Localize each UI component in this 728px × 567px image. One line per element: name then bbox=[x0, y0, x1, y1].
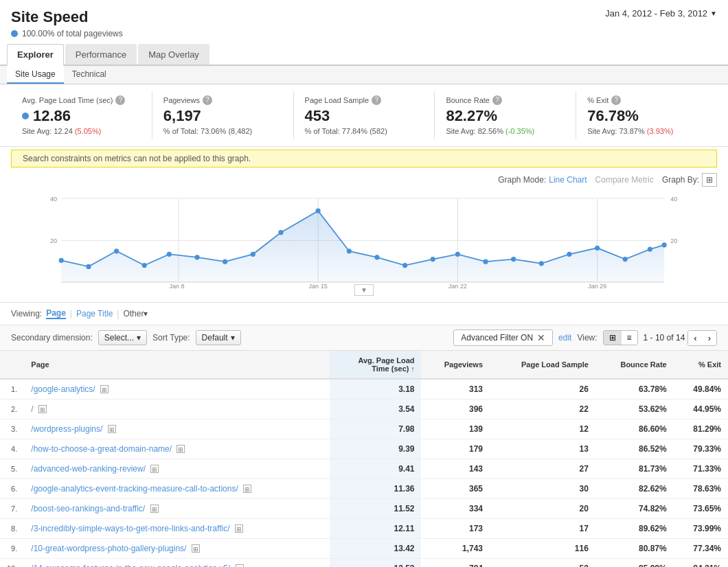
compare-metric-control[interactable]: Compare Metric bbox=[595, 175, 654, 185]
col-load-sample[interactable]: Page Load Sample bbox=[490, 351, 595, 379]
row-exit-pct: 73.99% bbox=[674, 519, 728, 539]
row-page[interactable]: /google-analytics-event-tracking-measure… bbox=[24, 479, 330, 499]
subtab-site-usage[interactable]: Site Usage bbox=[7, 66, 64, 84]
compare-metric-label: Compare Metric bbox=[595, 175, 654, 185]
metric-bounce-rate-value: 82.27% bbox=[446, 107, 565, 125]
row-page[interactable]: /3-incredibly-simple-ways-to-get-more-li… bbox=[24, 519, 330, 539]
help-icon-pageviews[interactable]: ? bbox=[203, 95, 212, 105]
metric-exit: % Exit ? 76.78% Site Avg: 73.87% (3.93%) bbox=[576, 91, 717, 139]
filter-close-button[interactable]: ✕ bbox=[537, 332, 545, 343]
view-page-title-link[interactable]: Page Title bbox=[76, 309, 113, 319]
svg-text:Jan 29: Jan 29 bbox=[588, 283, 606, 288]
svg-point-27 bbox=[374, 255, 379, 259]
row-load-sample: 13 bbox=[490, 439, 595, 459]
tab-explorer[interactable]: Explorer bbox=[7, 44, 64, 66]
row-pageviews: 173 bbox=[421, 519, 490, 539]
svg-point-31 bbox=[483, 259, 488, 264]
graph-mode-value[interactable]: Line Chart bbox=[549, 175, 587, 185]
col-load-time[interactable]: Avg. Page LoadTime (sec) ↑ bbox=[330, 351, 421, 379]
row-num: 1. bbox=[0, 379, 24, 400]
svg-point-22 bbox=[223, 259, 227, 264]
svg-point-24 bbox=[278, 230, 283, 235]
grid-view-button[interactable]: ⊞ bbox=[604, 331, 622, 345]
row-num: 7. bbox=[0, 499, 24, 519]
row-page[interactable]: / ⊞ bbox=[24, 400, 330, 419]
compare-icon[interactable]: ⊞ bbox=[192, 544, 200, 553]
compare-icon[interactable]: ⊞ bbox=[177, 445, 185, 453]
date-range-picker[interactable]: Jan 4, 2012 - Feb 3, 2012 ▼ bbox=[605, 8, 717, 19]
secondary-dimension-select[interactable]: Select... ▾ bbox=[98, 330, 147, 345]
help-icon-bounce[interactable]: ? bbox=[492, 95, 502, 105]
row-pageviews: 334 bbox=[421, 499, 490, 519]
col-bounce-rate[interactable]: Bounce Rate bbox=[595, 351, 674, 379]
row-page[interactable]: /14-awesome-features-in-the-new-google-a… bbox=[24, 559, 330, 568]
col-page[interactable]: Page bbox=[24, 351, 330, 379]
compare-icon[interactable]: ⊞ bbox=[243, 485, 251, 493]
compare-icon[interactable]: ⊞ bbox=[108, 425, 116, 433]
row-page[interactable]: /how-to-choose-a-great-domain-name/ ⊞ bbox=[24, 439, 330, 459]
page-nav: ‹ › bbox=[687, 330, 717, 346]
date-range-arrow: ▼ bbox=[710, 10, 717, 17]
compare-icon[interactable]: ⊞ bbox=[100, 385, 109, 393]
svg-point-37 bbox=[648, 246, 652, 251]
row-num: 6. bbox=[0, 479, 24, 499]
next-page-button[interactable]: › bbox=[703, 331, 716, 345]
tab-performance[interactable]: Performance bbox=[65, 44, 137, 65]
row-load-time: 3.18 bbox=[330, 379, 421, 400]
compare-icon[interactable]: ⊞ bbox=[38, 405, 47, 413]
main-tabs: Explorer Performance Map Overlay bbox=[0, 44, 728, 66]
filter-text: Advanced Filter ON bbox=[461, 333, 533, 343]
tab-map-overlay[interactable]: Map Overlay bbox=[138, 44, 209, 65]
sort-type-label: Sort Type: bbox=[152, 333, 190, 343]
svg-text:20: 20 bbox=[670, 238, 677, 244]
table-row: 7. /boost-seo-rankings-and-traffic/ ⊞ 11… bbox=[0, 499, 728, 519]
view-page-link[interactable]: Page bbox=[46, 308, 66, 319]
row-bounce-rate: 85.98% bbox=[595, 559, 674, 568]
row-exit-pct: 73.65% bbox=[674, 499, 728, 519]
metric-pageviews-sub: % of Total: 73.06% (8,482) bbox=[163, 127, 282, 135]
viewing-label: Viewing: bbox=[11, 309, 42, 319]
table-row: 4. /how-to-choose-a-great-domain-name/ ⊞… bbox=[0, 439, 728, 459]
compare-icon[interactable]: ⊞ bbox=[150, 465, 159, 473]
row-page[interactable]: /wordpress-plugins/ ⊞ bbox=[24, 419, 330, 439]
row-num: 4. bbox=[0, 439, 24, 459]
compare-icon[interactable]: ⊞ bbox=[235, 524, 243, 533]
col-exit-pct[interactable]: % Exit bbox=[674, 351, 728, 379]
other-arrow-icon: ▾ bbox=[144, 309, 148, 319]
row-page[interactable]: /boost-seo-rankings-and-traffic/ ⊞ bbox=[24, 499, 330, 519]
page-title: Site Speed bbox=[11, 8, 123, 26]
sort-type-select[interactable]: Default ▾ bbox=[196, 330, 241, 345]
compare-icon[interactable]: ⊞ bbox=[150, 505, 159, 513]
row-page[interactable]: /advanced-web-ranking-review/ ⊞ bbox=[24, 459, 330, 479]
row-load-time: 3.54 bbox=[330, 400, 421, 419]
help-icon-load[interactable]: ? bbox=[115, 95, 125, 105]
row-load-sample: 12 bbox=[490, 419, 595, 439]
svg-point-23 bbox=[251, 252, 255, 257]
pagination: 1 - 10 of 14 ‹ › bbox=[644, 330, 717, 346]
row-num: 10. bbox=[0, 559, 24, 568]
list-view-button[interactable]: ≡ bbox=[622, 331, 637, 345]
table-row: 2. / ⊞ 3.54 396 22 53.62% 44.95% bbox=[0, 400, 728, 419]
row-load-sample: 30 bbox=[490, 479, 595, 499]
svg-point-36 bbox=[623, 257, 628, 262]
svg-point-28 bbox=[402, 263, 407, 268]
row-page[interactable]: /google-analytics/ ⊞ bbox=[24, 379, 330, 400]
subtab-technical[interactable]: Technical bbox=[64, 66, 115, 84]
metric-load-time-sub: Site Avg: 12.24 (5.05%) bbox=[22, 127, 141, 135]
table-row: 1. /google-analytics/ ⊞ 3.18 313 26 63.7… bbox=[0, 379, 728, 400]
row-pageviews: 313 bbox=[421, 379, 490, 400]
svg-point-38 bbox=[662, 242, 667, 247]
metric-pageviews: Pageviews ? 6,197 % of Total: 73.06% (8,… bbox=[152, 91, 294, 139]
date-range-label: Jan 4, 2012 - Feb 3, 2012 bbox=[605, 8, 707, 19]
help-icon-load-sample[interactable]: ? bbox=[372, 95, 381, 105]
row-page[interactable]: /10-great-wordpress-photo-gallery-plugin… bbox=[24, 539, 330, 559]
graph-by-icon[interactable]: ⊞ bbox=[702, 173, 717, 187]
metric-load-sample-value: 453 bbox=[305, 107, 424, 125]
prev-page-button[interactable]: ‹ bbox=[688, 331, 702, 345]
help-icon-exit[interactable]: ? bbox=[611, 95, 621, 105]
col-pageviews[interactable]: Pageviews bbox=[421, 351, 490, 379]
compare-icon[interactable]: ⊞ bbox=[236, 564, 244, 567]
col-num bbox=[0, 351, 24, 379]
filter-edit-button[interactable]: edit bbox=[558, 333, 571, 343]
view-other-dropdown[interactable]: Other ▾ bbox=[123, 309, 148, 319]
